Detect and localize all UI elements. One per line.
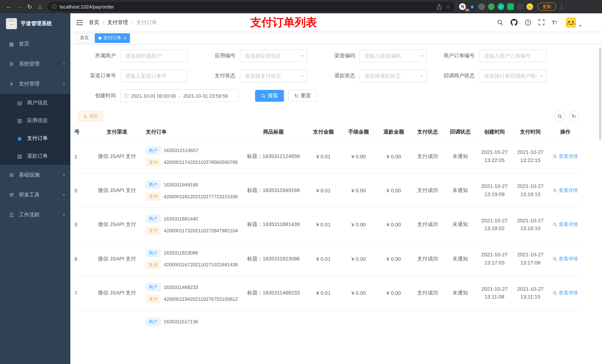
notify-status-select[interactable] xyxy=(479,70,547,82)
sidebar-item-app-info[interactable]: ▥ 应用信息 xyxy=(0,112,70,129)
chevron-down-icon xyxy=(419,54,424,58)
page-scrollbar-thumb[interactable] xyxy=(599,47,601,140)
breadcrumb-pay-management[interactable]: 支付管理 xyxy=(107,19,128,26)
address-bar[interactable]: ⓘ localhost:1024/pay/order ☆ xyxy=(47,2,455,11)
toggle-search-icon[interactable] xyxy=(555,111,565,121)
start-date-value: 2021-10-01 00:00:00 xyxy=(131,93,176,99)
view-detail-link[interactable]: 查看详情 xyxy=(553,187,578,194)
channel-pay-no: 4200001167202110271022491439 xyxy=(164,262,238,268)
font-size-icon[interactable]: TT xyxy=(552,19,557,26)
table-toolbar: 导出 ↻ xyxy=(74,111,598,121)
merchant-tag: 商户 xyxy=(146,146,161,155)
browser-menu-icon[interactable]: ⋮ xyxy=(559,4,565,10)
channel-code-select[interactable] xyxy=(359,50,427,62)
refund-amount-cell: ¥ 0.00 xyxy=(376,242,411,276)
filter-pay-status: 支付状态 xyxy=(194,70,307,82)
fee-amount-cell: ¥ 0.00 xyxy=(341,208,376,242)
sidebar-group-payment[interactable]: ¥ 支付管理 ▴ xyxy=(0,74,70,94)
view-detail-link[interactable]: 查看详情 xyxy=(553,256,578,262)
page-content: 所属商户 应用编号 渠道编码 商户订单编号 xyxy=(70,44,602,333)
extension-dots-icon[interactable]: 10 xyxy=(459,3,466,10)
app-viewport: ← → ↻ ⌂ ⓘ localhost:1024/pay/order ☆ 10 … xyxy=(0,0,602,364)
chevron-down-icon: ▾ xyxy=(63,62,65,66)
notify-status-cell: 未通知 xyxy=(444,208,476,242)
order-id-cell: 21 xyxy=(74,139,91,174)
bookmark-star-icon[interactable]: ☆ xyxy=(446,4,450,10)
col-notify-status: 回调状态 xyxy=(444,125,476,139)
extension-green-icon[interactable] xyxy=(488,3,495,10)
product-title-cell: 标题：1635312124656 xyxy=(241,139,306,174)
browser-home-icon[interactable]: ⌂ xyxy=(35,1,45,12)
extension-drop-icon[interactable] xyxy=(469,3,475,10)
export-button[interactable]: 导出 xyxy=(78,111,103,121)
merchant-tag: 商户 xyxy=(146,215,161,223)
owner-merchant-input[interactable] xyxy=(120,50,188,62)
tab-pay-order[interactable]: 支付订单 × xyxy=(95,33,130,43)
pay-status-select[interactable] xyxy=(240,70,307,82)
extension-chat-icon[interactable] xyxy=(507,3,514,10)
sidebar-item-home[interactable]: ▦ 首页 xyxy=(0,34,70,54)
sidebar-group-workflow[interactable]: ☰ 工作流程 ▾ xyxy=(0,205,70,225)
sidebar-item-pay-order[interactable]: ◉ 支付订单 xyxy=(0,129,70,147)
fee-amount-cell: ¥ 0.00 xyxy=(341,139,376,174)
share-icon[interactable] xyxy=(437,4,442,10)
site-info-icon[interactable]: ⓘ xyxy=(52,3,57,10)
sidebar-group-devtools[interactable]: ⚒ 研发工具 ▾ xyxy=(0,185,70,205)
browser-forward-icon[interactable]: → xyxy=(14,1,24,12)
gear-icon: ⚙ xyxy=(7,61,16,67)
extensions-pin-icon[interactable] xyxy=(517,3,524,10)
close-icon[interactable]: × xyxy=(124,35,126,41)
tab-home[interactable]: 首页 xyxy=(76,33,93,43)
channel-order-no-input[interactable] xyxy=(120,70,188,82)
pay-amount-cell: ¥ 0.01 xyxy=(306,276,341,310)
filter-channel-order-no: 渠道订单号 xyxy=(74,70,188,82)
pay-channel-cell: 微信 JSAPI 支付 xyxy=(91,208,143,242)
col-id: 编号 xyxy=(74,125,91,139)
fullscreen-icon[interactable] xyxy=(538,19,545,26)
browser-refresh-icon[interactable]: ↻ xyxy=(24,1,35,12)
github-icon[interactable] xyxy=(511,19,518,26)
workflow-icon: ☰ xyxy=(7,212,16,218)
search-icon[interactable] xyxy=(497,19,504,26)
sidebar-item-merchant-info[interactable]: ▤ 商户信息 xyxy=(0,94,70,112)
table-row-partial: 商户 1635311517136 xyxy=(74,310,582,333)
view-detail-link[interactable]: 查看详情 xyxy=(553,221,578,228)
user-avatar[interactable]: ▾ xyxy=(566,17,576,28)
merchant-order-no-input[interactable] xyxy=(479,50,547,62)
app-id-select[interactable] xyxy=(240,50,307,62)
profile-emoji-icon[interactable] xyxy=(527,3,533,10)
hamburger-fold-icon[interactable] xyxy=(76,20,83,25)
help-icon[interactable]: ? xyxy=(525,19,531,26)
svg-text:?: ? xyxy=(527,20,529,24)
browser-update-button[interactable]: 更新 xyxy=(538,3,556,11)
product-title-cell: 标题：1635311823086 xyxy=(241,242,306,276)
view-detail-link[interactable]: 查看详情 xyxy=(553,153,578,160)
pay-amount-cell: ¥ 0.01 xyxy=(306,242,341,276)
notify-status-cell: 未通知 xyxy=(444,174,476,208)
extension-toolbar: 10 ✓ xyxy=(459,3,533,10)
tools-icon: ⚒ xyxy=(7,192,16,198)
view-detail-link[interactable]: 查看详情 xyxy=(553,290,578,296)
action-cell: 查看详情 xyxy=(548,276,582,310)
table-header-row: 编号 支付渠道 支付订单 商品标题 支付金额 手续金额 退款金额 支付状态 回调… xyxy=(74,125,582,139)
breadcrumb-home[interactable]: 首页 xyxy=(89,19,99,26)
sidebar-group-system[interactable]: ⚙ 系统管理 ▾ xyxy=(0,54,70,74)
search-button[interactable]: 搜索 xyxy=(255,90,284,102)
sidebar-group-infra[interactable]: ⊞ 基础设施 ▾ xyxy=(0,165,70,185)
filter-channel-code: 渠道编码 xyxy=(313,50,427,62)
reset-button[interactable]: ↻ 重置 xyxy=(288,90,317,102)
pay-channel-cell: 微信 JSAPI 支付 xyxy=(91,242,143,276)
merchant-tag: 商户 xyxy=(146,249,161,257)
sidebar-item-refund-order[interactable]: ▧ 退款订单 xyxy=(0,147,70,165)
refresh-table-icon[interactable]: ↻ xyxy=(569,111,579,121)
main-area: 首页 / 支付管理 / 支付订单 支付订单列表 ? xyxy=(70,13,602,364)
merchant-order-no: 1635311517136 xyxy=(164,319,198,325)
refund-status-select[interactable] xyxy=(359,70,427,82)
filter-merchant-order-no: 商户订单编号 xyxy=(433,50,547,62)
create-time-range-picker[interactable]: 2021-10-01 00:00:00 - 2021-10-31 23:59:5… xyxy=(120,90,239,102)
chevron-down-icon xyxy=(539,74,544,78)
extension-gray-icon[interactable] xyxy=(478,3,485,10)
extension-check-icon[interactable]: ✓ xyxy=(498,3,504,10)
order-id-cell: 17 xyxy=(74,276,91,310)
browser-back-icon[interactable]: ← xyxy=(4,1,14,12)
